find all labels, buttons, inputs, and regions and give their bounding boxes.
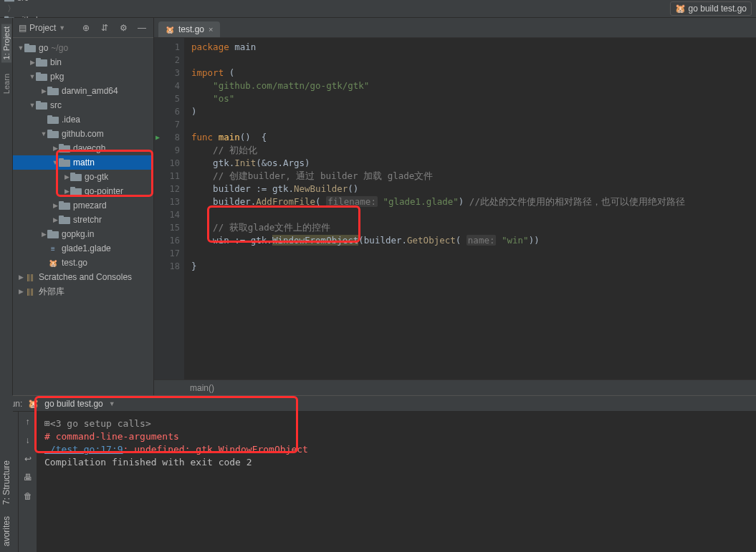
- editor-tab-label: test.go: [178, 24, 204, 34]
- code-line[interactable]: win := gtk.WindowFromObject(builder.GetO…: [191, 234, 756, 247]
- side-tab-project[interactable]: 1: Project: [1, 24, 11, 62]
- run-config-name[interactable]: go build test.go: [44, 399, 102, 409]
- tree-arrow-icon[interactable]: [40, 231, 47, 238]
- tree-item[interactable]: go~/go: [13, 41, 153, 55]
- folder-icon: [59, 158, 70, 168]
- gear-icon[interactable]: ⚙: [118, 22, 129, 34]
- console-output[interactable]: ⊞<3 go setup calls># command-line-argume…: [37, 412, 756, 552]
- svg-rect-27: [70, 173, 75, 175]
- tree-item-label: stretchr: [73, 215, 102, 225]
- close-icon[interactable]: ×: [209, 25, 213, 34]
- folder-icon: [47, 229, 59, 239]
- tree-arrow-icon[interactable]: [17, 44, 24, 52]
- tree-item[interactable]: 🐹test.go: [13, 256, 153, 270]
- tree-arrow-icon[interactable]: [29, 73, 36, 80]
- project-view-icon: ▤: [19, 23, 27, 33]
- code-line[interactable]: ): [191, 105, 756, 118]
- line-gutter: 12345678▶9101112131415161718: [154, 38, 184, 379]
- tree-item-label: pmezard: [73, 200, 107, 210]
- code-line[interactable]: "os": [191, 92, 756, 105]
- run-gutter-icon[interactable]: ▶: [155, 131, 160, 144]
- code-line[interactable]: builder := gtk.NewBuilder(): [191, 183, 756, 195]
- tree-item[interactable]: .idea: [13, 112, 153, 127]
- code-line[interactable]: [191, 208, 756, 221]
- editor-tabbar: 🐹 test.go ×: [154, 18, 756, 38]
- tree-item[interactable]: go-pointer: [13, 184, 153, 198]
- svg-rect-21: [47, 130, 52, 132]
- code-line[interactable]: [191, 118, 756, 131]
- tree-arrow-icon[interactable]: [29, 59, 36, 66]
- tree-arrow-icon[interactable]: [40, 87, 47, 95]
- side-tab-learn[interactable]: Learn: [2, 74, 11, 94]
- tree-item[interactable]: bin: [13, 55, 153, 69]
- tree-item[interactable]: stretchr: [13, 213, 153, 227]
- code-line[interactable]: "github.com/mattn/go-gtk/gtk": [191, 79, 756, 92]
- tree-arrow-icon[interactable]: [52, 216, 59, 223]
- scroll-up-icon[interactable]: ↑: [22, 416, 34, 427]
- tree-item[interactable]: davecgh: [13, 141, 153, 155]
- code-line[interactable]: [191, 54, 756, 67]
- side-tab-structure[interactable]: 7: Structure: [1, 460, 11, 505]
- tree-item[interactable]: pmezard: [13, 198, 153, 213]
- tree-item[interactable]: src: [13, 98, 153, 112]
- tree-item[interactable]: ‖‖Scratches and Consoles: [13, 270, 153, 284]
- tree-item[interactable]: ≡glade1.glade: [13, 241, 153, 256]
- tree-item[interactable]: go-gtk: [13, 170, 153, 184]
- tree-arrow-icon[interactable]: [52, 145, 59, 152]
- folder-icon: [36, 72, 47, 82]
- editor-area: 🐹 test.go × 12345678▶9101112131415161718…: [154, 18, 756, 395]
- tree-arrow-icon[interactable]: [63, 188, 70, 195]
- code-line[interactable]: package main: [191, 41, 756, 54]
- svg-rect-9: [24, 44, 29, 47]
- go-icon: 🐹: [166, 26, 174, 34]
- run-tool-window: Run: 🐹 go build test.go ▼ ▶ ■ ≡ 📍 ↑ ↓ ↩ …: [0, 395, 756, 552]
- tree-arrow-icon[interactable]: [63, 173, 70, 180]
- tree-item[interactable]: github.com: [13, 127, 153, 141]
- tree-item-label: mattn: [73, 158, 95, 168]
- locate-icon[interactable]: ⊕: [80, 22, 92, 34]
- hide-icon[interactable]: —: [136, 22, 148, 34]
- editor-tab-test-go[interactable]: 🐹 test.go ×: [158, 21, 220, 37]
- tree-arrow-icon[interactable]: [17, 273, 24, 281]
- project-tree[interactable]: go~/gobinpkgdarwin_amd64src.ideagithub.c…: [13, 38, 153, 395]
- code-line[interactable]: // 创建builder, 通过 builder 加载 glade文件: [191, 170, 756, 183]
- tree-arrow-icon[interactable]: [40, 130, 47, 137]
- code-content[interactable]: package mainimport ( "github.com/mattn/g…: [184, 38, 756, 379]
- side-tab-favorites[interactable]: avorites: [1, 516, 11, 546]
- tree-arrow-icon[interactable]: [52, 159, 59, 166]
- code-line[interactable]: func main() {: [191, 131, 756, 144]
- code-line[interactable]: [191, 247, 756, 260]
- scroll-down-icon[interactable]: ↓: [22, 435, 34, 446]
- console-line: ./test.go:17:9: undefined: gtk.WindowFro…: [44, 443, 749, 456]
- tree-arrow-icon[interactable]: [29, 102, 36, 109]
- go-icon: 🐹: [675, 4, 686, 14]
- code-line[interactable]: gtk.Init(&os.Args): [191, 157, 756, 170]
- tree-arrow-icon[interactable]: [17, 288, 24, 295]
- folder-icon: [4, 0, 14, 3]
- tree-item-label: go-pointer: [85, 186, 123, 196]
- print-icon[interactable]: 🖶: [22, 472, 34, 483]
- soft-wrap-icon[interactable]: ↩: [22, 453, 34, 465]
- collapse-icon[interactable]: ⇵: [99, 22, 110, 34]
- project-view-label[interactable]: Project: [29, 23, 56, 33]
- code-line[interactable]: // 获取glade文件上的控件: [191, 221, 756, 234]
- code-line[interactable]: builder.AddFromFile( filename: "glade1.g…: [191, 195, 756, 208]
- tree-item[interactable]: ‖‖外部库: [13, 284, 153, 299]
- chevron-down-icon[interactable]: ▼: [59, 24, 65, 32]
- tree-arrow-icon[interactable]: [52, 202, 59, 209]
- tree-item[interactable]: mattn: [13, 155, 153, 170]
- tree-item-label: bin: [50, 57, 62, 67]
- editor-breadcrumb[interactable]: main(): [154, 379, 756, 395]
- chevron-down-icon[interactable]: ▼: [109, 400, 115, 407]
- trash-icon[interactable]: 🗑: [22, 490, 34, 502]
- run-config-selector[interactable]: 🐹 go build test.go: [670, 1, 752, 16]
- code-editor[interactable]: 12345678▶9101112131415161718 package mai…: [154, 38, 756, 379]
- code-line[interactable]: import (: [191, 67, 756, 79]
- tree-item[interactable]: gopkg.in: [13, 227, 153, 241]
- tree-item[interactable]: darwin_amd64: [13, 84, 153, 98]
- code-line[interactable]: // 初始化: [191, 144, 756, 157]
- tree-item-label: 外部库: [39, 286, 64, 298]
- breadcrumb-item[interactable]: src: [4, 0, 59, 3]
- tree-item[interactable]: pkg: [13, 69, 153, 84]
- code-line[interactable]: }: [191, 260, 756, 273]
